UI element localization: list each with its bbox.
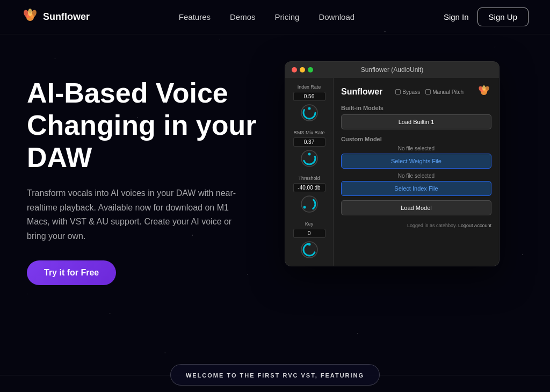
nav-links: Features Demos Pricing Download xyxy=(179,12,354,21)
nav-demos[interactable]: Demos xyxy=(230,12,256,21)
banner-pill: WELCOME TO THE FIRST RVC VST, FEATURING xyxy=(170,364,380,386)
rms-mix-knob[interactable] xyxy=(300,149,319,168)
svg-point-15 xyxy=(308,243,310,246)
plugin-titlebar: Sunflower (AudioUnit) xyxy=(285,62,499,78)
svg-point-12 xyxy=(303,206,306,209)
plugin-options: Bypass Manual Pitch xyxy=(395,89,464,95)
bottom-banner: WELCOME TO THE FIRST RVC VST, FEATURING xyxy=(0,358,550,392)
key-control: Key 0 xyxy=(290,221,329,259)
minimize-dot[interactable] xyxy=(300,67,305,72)
nav-download[interactable]: Download xyxy=(319,12,354,21)
hero-title: AI-Based Voice Changing in your DAW xyxy=(27,77,263,173)
rms-mix-value[interactable]: 0.37 xyxy=(293,137,325,147)
plugin-main-panel: Sunflower Bypass Manual Pitch xyxy=(334,78,499,266)
builtin-models-section-label: Built-in Models xyxy=(341,105,491,111)
close-dot[interactable] xyxy=(292,67,297,72)
logo-icon xyxy=(21,9,39,26)
index-rate-value[interactable]: 0.56 xyxy=(293,92,325,101)
signup-button[interactable]: Sign Up xyxy=(477,8,529,26)
load-builtin-button[interactable]: Load Builtin 1 xyxy=(341,114,491,129)
cta-button[interactable]: Try it for Free xyxy=(27,260,116,285)
login-status-text: Logged in as catehboy. xyxy=(407,223,457,228)
load-model-button[interactable]: Load Model xyxy=(341,200,491,215)
manual-pitch-option[interactable]: Manual Pitch xyxy=(425,89,464,95)
rms-mix-rate-control: RMS Mix Rate 0.37 xyxy=(290,130,329,168)
logout-link[interactable]: Logout xyxy=(458,223,473,228)
bypass-checkbox[interactable] xyxy=(395,89,401,95)
weights-file-status: No file selected xyxy=(341,146,491,151)
svg-point-9 xyxy=(308,153,310,156)
custom-model-section-label: Custom Model xyxy=(341,136,491,142)
key-label: Key xyxy=(305,221,314,227)
plugin-window: Sunflower (AudioUnit) Index Rate 0.56 xyxy=(285,61,500,266)
key-knob[interactable] xyxy=(300,240,319,259)
hero-section: AI-Based Voice Changing in your DAW Tran… xyxy=(27,67,263,285)
threshold-knob[interactable] xyxy=(300,194,319,214)
main-content: AI-Based Voice Changing in your DAW Tran… xyxy=(0,34,550,285)
navbar: Sunflower Features Demos Pricing Downloa… xyxy=(0,0,550,34)
manual-pitch-label: Manual Pitch xyxy=(432,89,464,95)
signin-button[interactable]: Sign In xyxy=(444,12,469,21)
threshold-label: Threshold xyxy=(298,176,320,181)
plugin-panel-header: Sunflower Bypass Manual Pitch xyxy=(341,84,491,99)
manual-pitch-checkbox[interactable] xyxy=(425,89,431,95)
account-link[interactable]: Account xyxy=(474,223,491,228)
nav-auth: Sign In Sign Up xyxy=(444,8,529,26)
index-rate-control: Index Rate 0.56 xyxy=(290,84,329,122)
plugin-name-label: Sunflower xyxy=(341,87,382,97)
bypass-option[interactable]: Bypass xyxy=(395,89,420,95)
plugin-body: Index Rate 0.56 RMS Mix Rate 0.37 xyxy=(285,78,499,266)
window-title: Sunflower (AudioUnit) xyxy=(361,66,424,74)
index-rate-knob[interactable] xyxy=(300,103,319,122)
svg-point-19 xyxy=(482,85,486,91)
plugin-logo-icon xyxy=(476,84,491,99)
nav-features[interactable]: Features xyxy=(179,12,211,21)
threshold-value[interactable]: -40.00 db xyxy=(293,183,325,192)
plugin-controls-panel: Index Rate 0.56 RMS Mix Rate 0.37 xyxy=(285,78,334,266)
nav-pricing[interactable]: Pricing xyxy=(275,12,300,21)
select-weights-button[interactable]: Select Weights File xyxy=(341,154,491,169)
svg-point-3 xyxy=(28,9,32,16)
window-controls xyxy=(292,67,313,72)
key-value[interactable]: 0 xyxy=(293,229,325,238)
maximize-dot[interactable] xyxy=(308,67,313,72)
index-rate-label: Index Rate xyxy=(298,84,321,90)
index-file-status: No file selected xyxy=(341,173,491,179)
hero-description: Transform vocals into AI voices in your … xyxy=(27,186,242,243)
logo[interactable]: Sunflower xyxy=(21,9,90,26)
threshold-control: Threshold -40.00 db xyxy=(290,176,329,214)
bypass-label: Bypass xyxy=(402,89,420,95)
logo-text: Sunflower xyxy=(43,11,90,23)
select-index-button[interactable]: Select Index File xyxy=(341,181,491,196)
plugin-footer: Logged in as catehboy. Logout Account xyxy=(341,223,491,228)
banner-text: WELCOME TO THE FIRST RVC VST, FEATURING xyxy=(186,372,364,379)
rms-mix-label: RMS Mix Rate xyxy=(293,130,324,135)
svg-point-6 xyxy=(308,107,310,110)
